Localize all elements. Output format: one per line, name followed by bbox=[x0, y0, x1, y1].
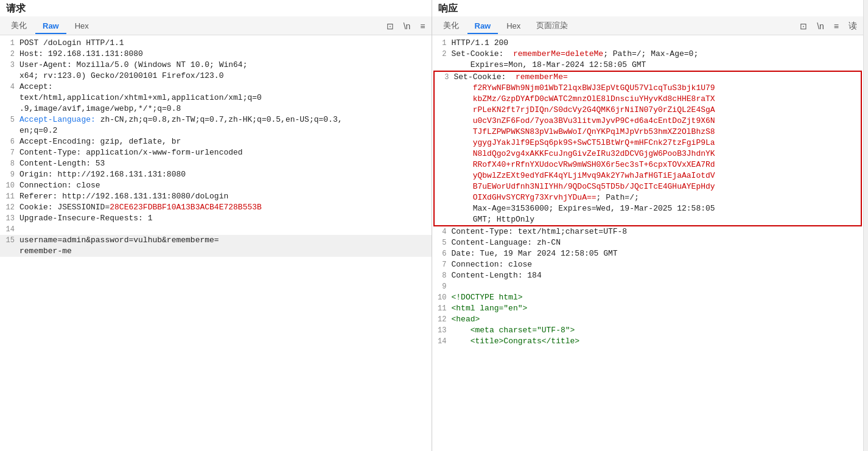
tab-hex-right[interactable]: Hex bbox=[499, 19, 528, 34]
line-number: 11 bbox=[432, 303, 452, 314]
text-span: ; Path=/; Max-Age=0; bbox=[603, 49, 698, 58]
line-content: Accept: bbox=[19, 82, 432, 93]
text-span bbox=[96, 115, 100, 124]
text-span: <!DOCTYPE html> bbox=[452, 293, 523, 302]
line-number: 1 bbox=[432, 38, 452, 49]
copy-icon-right[interactable]: ⊡ bbox=[797, 20, 810, 32]
tab-raw-left[interactable]: Raw bbox=[35, 19, 66, 34]
menu-icon-left[interactable]: ≡ bbox=[418, 20, 427, 32]
table-row: B7uEWorUdfnh3NlIYHh/9QDoCSq5TD5b/JQcITcE… bbox=[435, 181, 861, 192]
line-content: Date: Tue, 19 Mar 2024 12:58:05 GMT bbox=[452, 248, 864, 259]
line-number: 10 bbox=[0, 180, 19, 191]
table-row: 13 <meta charset="UTF-8"> bbox=[432, 325, 864, 336]
line-number: 12 bbox=[432, 314, 452, 325]
line-number: 10 bbox=[432, 292, 452, 303]
newline-icon-left[interactable]: \n bbox=[401, 20, 413, 32]
line-number bbox=[435, 127, 454, 138]
newline-icon-right[interactable]: \n bbox=[814, 20, 827, 32]
line-number bbox=[435, 203, 454, 214]
table-row: 11Referer: http://192.168.131.131:8080/d… bbox=[0, 191, 432, 202]
text-span: .9,image/avif,image/webp,*/*;q=0.8 bbox=[19, 104, 181, 113]
text-span: Date: Tue, 19 Mar 2024 12:58:05 GMT bbox=[452, 249, 618, 258]
tab-beautify-right[interactable]: 美化 bbox=[436, 18, 466, 35]
text-span: Connection: close bbox=[19, 181, 100, 190]
request-tabs-bar: 美化 Raw Hex ⊡ \n ≡ bbox=[0, 16, 432, 35]
line-content: <meta charset="UTF-8"> bbox=[452, 325, 864, 336]
line-number: 9 bbox=[0, 169, 19, 180]
table-row: rPLeKN2ft7rjDIQn/S0dcVy2G4QMK6jrNiIN07y0… bbox=[435, 105, 861, 116]
text-span: Expires=Mon, 18-Mar-2024 12:58:05 GMT bbox=[452, 60, 646, 69]
text-span: Host: 192.168.131.131:8080 bbox=[19, 49, 143, 58]
read-icon-right[interactable]: 读 bbox=[846, 19, 859, 33]
text-span: yQbwlZzEXt9edYdFK4qYLjiMvq9Ak2Y7whJafHGT… bbox=[454, 171, 715, 180]
line-number: 4 bbox=[0, 82, 19, 93]
line-number: 5 bbox=[0, 114, 19, 125]
tab-raw-right[interactable]: Raw bbox=[467, 19, 499, 34]
table-row: N8ldQgo2vg4xAKKFcuJngGivZeIRu32dDCVGjgW6… bbox=[435, 149, 861, 159]
response-panel: 响应 美化 Raw Hex 页面渲染 ⊡ \n ≡ 读 1HTTP/1.1 20… bbox=[432, 0, 864, 451]
line-content: Upgrade-Insecure-Requests: 1 bbox=[19, 213, 432, 224]
line-content: ygygJYakJlf9EpSq6pk9S+SwCT5lBtWrQ+mHFCnk… bbox=[454, 138, 861, 149]
line-number bbox=[435, 214, 454, 225]
tab-render-right[interactable]: 页面渲染 bbox=[529, 18, 575, 35]
table-row: 6Date: Tue, 19 Mar 2024 12:58:05 GMT bbox=[432, 248, 864, 259]
table-row: 8Content-Length: 184 bbox=[432, 270, 864, 281]
menu-icon-right[interactable]: ≡ bbox=[831, 20, 841, 32]
table-row: 2Host: 192.168.131.131:8080 bbox=[0, 49, 432, 60]
line-content: Content-Type: text/html;charset=UTF-8 bbox=[452, 226, 864, 237]
line-content: N8ldQgo2vg4xAKKFcuJngGivZeIRu32dDCVGjgW6… bbox=[454, 149, 861, 159]
table-row: 3Set-Cookie: rememberMe= bbox=[435, 72, 861, 83]
response-tabs-bar: 美化 Raw Hex 页面渲染 ⊡ \n ≡ 读 bbox=[432, 16, 864, 35]
line-content: B7uEWorUdfnh3NlIYHh/9QDoCSq5TD5b/JQcITcE… bbox=[454, 181, 861, 192]
line-number: 14 bbox=[0, 224, 19, 235]
text-span: text/html,application/xhtml+xml,applicat… bbox=[19, 93, 262, 102]
text-span: Content-Type: application/x-www-form-url… bbox=[19, 148, 243, 157]
tab-hex-left[interactable]: Hex bbox=[68, 19, 96, 34]
line-content: User-Agent: Mozilla/5.0 (Windows NT 10.0… bbox=[19, 60, 432, 71]
text-span: <title>Congrats</title> bbox=[452, 337, 580, 346]
line-number bbox=[435, 83, 454, 94]
line-content: remember-me bbox=[19, 246, 432, 257]
line-content bbox=[19, 224, 432, 235]
table-row: 4Accept: bbox=[0, 82, 432, 93]
table-row: GMT; HttpOnly bbox=[435, 214, 861, 225]
table-row: 8Content-Length: 53 bbox=[0, 158, 432, 169]
line-content: rPLeKN2ft7rjDIQn/S0dcVy2G4QMK6jrNiIN07y0… bbox=[454, 105, 861, 116]
line-number: 7 bbox=[0, 147, 19, 158]
table-row: 12Cookie: JSESSIONID=28CE623FDBBF10A13B3… bbox=[0, 202, 432, 213]
response-content: 1HTTP/1.1 2002Set-Cookie: rememberMe=del… bbox=[432, 35, 864, 451]
text-span: TJfLZPWPWKSN83pVlwBwWoI/QnYKPqlMJpVrb53h… bbox=[454, 127, 715, 136]
line-content: Max-Age=31536000; Expires=Wed, 19-Mar-20… bbox=[454, 203, 861, 214]
line-content: Cookie: JSESSIONID=28CE623FDBBF10A13B3AC… bbox=[19, 202, 432, 213]
line-content: GMT; HttpOnly bbox=[454, 214, 861, 225]
tab-beautify-left[interactable]: 美化 bbox=[4, 18, 34, 35]
table-row: 10Connection: close bbox=[0, 180, 432, 191]
table-row: ygygJYakJlf9EpSq6pk9S+SwCT5lBtWrQ+mHFCnk… bbox=[435, 138, 861, 149]
scrollbar[interactable] bbox=[863, 0, 868, 451]
table-row: 6Accept-Encoding: gzip, deflate, br bbox=[0, 136, 432, 147]
line-number bbox=[435, 105, 454, 116]
text-span: Max-Age=31536000; Expires=Wed, 19-Mar-20… bbox=[454, 204, 715, 213]
line-number: 8 bbox=[432, 270, 452, 281]
text-span: Content-Length: 53 bbox=[19, 159, 105, 168]
line-number bbox=[432, 60, 452, 71]
line-number: 2 bbox=[0, 49, 19, 60]
request-panel: 请求 美化 Raw Hex ⊡ \n ≡ 1POST /doLogin HTTP… bbox=[0, 0, 432, 451]
line-content: Accept-Encoding: gzip, deflate, br bbox=[19, 136, 432, 147]
line-number: 13 bbox=[0, 213, 19, 224]
copy-icon-left[interactable]: ⊡ bbox=[384, 20, 396, 32]
line-content: Expires=Mon, 18-Mar-2024 12:58:05 GMT bbox=[452, 60, 864, 71]
line-number: 15 bbox=[0, 235, 19, 246]
text-span: OIXdGHvSYCRYg73XrvhjYDuA== bbox=[454, 193, 597, 202]
line-number: 5 bbox=[432, 237, 452, 248]
table-row: Max-Age=31536000; Expires=Wed, 19-Mar-20… bbox=[435, 203, 861, 214]
line-number: 7 bbox=[432, 259, 452, 270]
text-span: Content-Length: 184 bbox=[452, 271, 542, 280]
request-tab-icons: ⊡ \n ≡ bbox=[384, 20, 428, 32]
text-span: Set-Cookie: bbox=[452, 49, 513, 58]
table-row: TJfLZPWPWKSN83pVlwBwWoI/QnYKPqlMJpVrb53h… bbox=[435, 127, 861, 138]
highlight-section: 3Set-Cookie: rememberMe= f2RYwNFBWh9Njm0… bbox=[433, 71, 863, 226]
table-row: yQbwlZzEXt9edYdFK4qYLjiMvq9Ak2Y7whJafHGT… bbox=[435, 170, 861, 181]
table-row: .9,image/avif,image/webp,*/*;q=0.8 bbox=[0, 103, 432, 114]
text-span: <html lang="en"> bbox=[452, 304, 528, 313]
